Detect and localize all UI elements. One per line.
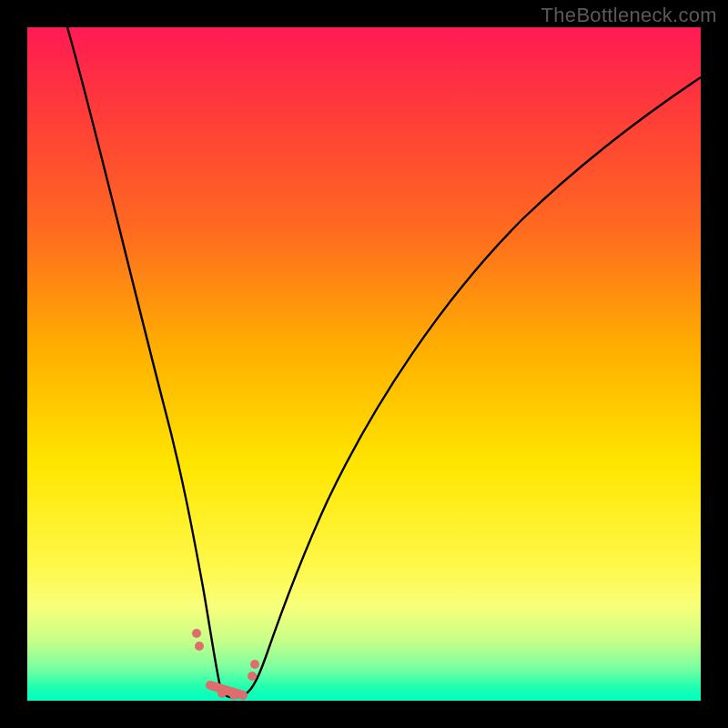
chart-svg xyxy=(27,27,701,701)
watermark-text: TheBottleneck.com xyxy=(541,4,717,27)
plot-area xyxy=(27,27,701,701)
bottleneck-curve xyxy=(67,27,701,698)
chart-frame: TheBottleneck.com xyxy=(0,0,728,728)
approx-points-group xyxy=(197,633,255,695)
